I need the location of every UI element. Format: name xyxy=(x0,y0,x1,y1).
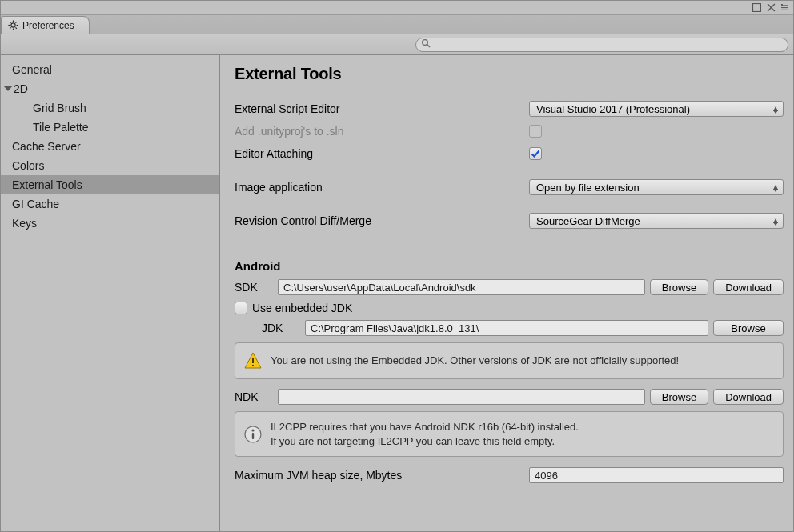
svg-point-22 xyxy=(251,429,254,431)
svg-line-13 xyxy=(15,27,16,28)
svg-line-15 xyxy=(10,27,10,28)
chevron-down-icon xyxy=(4,86,12,91)
input-sdk-path[interactable] xyxy=(278,279,645,295)
label-image-application: Image application xyxy=(235,181,529,194)
sidebar: General 2D Grid Brush Tile Palette Cache… xyxy=(1,55,220,531)
button-ndk-download[interactable]: Download xyxy=(713,389,784,405)
notice-text: IL2CPP requires that you have Android ND… xyxy=(271,420,579,448)
label-external-script-editor: External Script Editor xyxy=(235,102,529,115)
sidebar-item-label: External Tools xyxy=(12,178,82,191)
tab-strip: Preferences xyxy=(1,15,793,34)
label-heap: Maximum JVM heap size, Mbytes xyxy=(235,469,529,482)
search-row xyxy=(1,34,793,55)
sidebar-item-keys[interactable]: Keys xyxy=(1,214,219,233)
label-editor-attaching: Editor Attaching xyxy=(235,147,529,160)
label-revision-control: Revision Control Diff/Merge xyxy=(235,214,529,227)
button-sdk-download[interactable]: Download xyxy=(713,279,784,295)
row-ndk: NDK Browse Download xyxy=(235,387,784,406)
notice-il2cpp: IL2CPP requires that you have Android ND… xyxy=(235,411,784,457)
gear-icon xyxy=(8,20,18,30)
il2cpp-line-2: If you are not targeting IL2CPP you can … xyxy=(271,434,579,449)
checkbox-embedded-jdk[interactable] xyxy=(235,302,247,314)
search-box[interactable] xyxy=(415,38,788,52)
svg-line-14 xyxy=(15,22,16,22)
input-jdk-path[interactable] xyxy=(305,320,708,336)
checkbox-editor-attaching[interactable] xyxy=(529,147,542,160)
select-image-application[interactable]: Open by file extension xyxy=(529,179,784,195)
section-android: Android xyxy=(235,259,784,273)
svg-rect-20 xyxy=(252,365,254,366)
page-title: External Tools xyxy=(235,65,784,83)
input-heap[interactable] xyxy=(529,467,784,483)
sidebar-item-external-tools[interactable]: External Tools xyxy=(1,175,219,194)
input-ndk-path[interactable] xyxy=(278,389,645,405)
sidebar-item-grid-brush[interactable]: Grid Brush xyxy=(1,98,219,118)
svg-rect-23 xyxy=(252,433,254,439)
tab-preferences[interactable]: Preferences xyxy=(1,16,90,34)
row-external-script-editor: External Script Editor Visual Studio 201… xyxy=(235,98,784,120)
notice-jdk-warning: You are not using the Embedded JDK. Othe… xyxy=(235,342,784,379)
il2cpp-line-1: IL2CPP requires that you have Android ND… xyxy=(271,420,579,434)
label-sdk: SDK xyxy=(235,281,273,294)
svg-point-16 xyxy=(423,40,428,46)
svg-point-7 xyxy=(11,23,15,27)
sidebar-item-label: Grid Brush xyxy=(33,102,86,114)
preferences-window: Preferences General 2D Grid Brush Tile P… xyxy=(0,0,794,532)
tab-label: Preferences xyxy=(22,20,74,31)
row-revision-control: Revision Control Diff/Merge SourceGear D… xyxy=(235,210,784,232)
label-ndk: NDK xyxy=(235,390,273,403)
check-icon xyxy=(531,149,540,158)
svg-rect-0 xyxy=(753,4,761,12)
sidebar-item-colors[interactable]: Colors xyxy=(1,156,219,175)
sidebar-item-general[interactable]: General xyxy=(1,60,219,79)
content-pane: External Tools External Script Editor Vi… xyxy=(220,55,793,531)
label-jdk: JDK xyxy=(235,322,300,334)
svg-rect-19 xyxy=(252,358,254,363)
label-add-unityproj: Add .unityproj's to .sln xyxy=(235,125,529,138)
search-input[interactable] xyxy=(434,39,783,50)
sidebar-item-label: Keys xyxy=(12,217,37,230)
row-image-application: Image application Open by file extension xyxy=(235,176,784,198)
svg-rect-6 xyxy=(781,4,783,6)
row-jdk: JDK Browse xyxy=(235,318,784,338)
sidebar-item-label: Cache Server xyxy=(12,140,81,153)
select-external-script-editor[interactable]: Visual Studio 2017 (Professional) xyxy=(529,101,784,117)
select-value: Open by file extension xyxy=(536,182,640,194)
row-sdk: SDK Browse Download xyxy=(235,278,784,297)
button-sdk-browse[interactable]: Browse xyxy=(650,279,708,295)
close-icon[interactable] xyxy=(767,3,776,12)
select-value: Visual Studio 2017 (Professional) xyxy=(536,103,690,115)
sidebar-item-label: GI Cache xyxy=(12,198,59,210)
sidebar-item-cache-server[interactable]: Cache Server xyxy=(1,137,219,156)
row-embedded-jdk: Use embedded JDK xyxy=(235,299,784,317)
sidebar-item-label: Colors xyxy=(12,159,44,172)
sidebar-item-label: Tile Palette xyxy=(33,121,89,134)
sidebar-item-2d[interactable]: 2D xyxy=(1,79,219,98)
row-add-unityproj: Add .unityproj's to .sln xyxy=(235,120,784,142)
info-icon xyxy=(243,425,263,444)
select-revision-control[interactable]: SourceGear DiffMerge xyxy=(529,213,784,229)
row-editor-attaching: Editor Attaching xyxy=(235,142,784,165)
button-jdk-browse[interactable]: Browse xyxy=(713,320,784,336)
checkbox-add-unityproj xyxy=(529,125,542,138)
select-value: SourceGear DiffMerge xyxy=(536,215,640,227)
sidebar-item-label: General xyxy=(12,63,52,76)
svg-line-17 xyxy=(427,45,430,47)
search-icon xyxy=(421,38,431,50)
window-titlebar xyxy=(1,1,793,15)
label-embedded-jdk: Use embedded JDK xyxy=(252,302,352,314)
sidebar-item-label: 2D xyxy=(14,82,28,95)
sidebar-item-tile-palette[interactable]: Tile Palette xyxy=(1,118,219,137)
warning-icon xyxy=(243,351,263,370)
body: General 2D Grid Brush Tile Palette Cache… xyxy=(1,55,793,531)
sidebar-item-gi-cache[interactable]: GI Cache xyxy=(1,194,219,214)
notice-text: You are not using the Embedded JDK. Othe… xyxy=(271,354,679,368)
menu-icon[interactable] xyxy=(781,3,790,12)
button-ndk-browse[interactable]: Browse xyxy=(650,389,708,405)
row-heap: Maximum JVM heap size, Mbytes xyxy=(235,465,784,486)
svg-line-12 xyxy=(10,22,10,22)
detach-icon[interactable] xyxy=(752,3,761,12)
